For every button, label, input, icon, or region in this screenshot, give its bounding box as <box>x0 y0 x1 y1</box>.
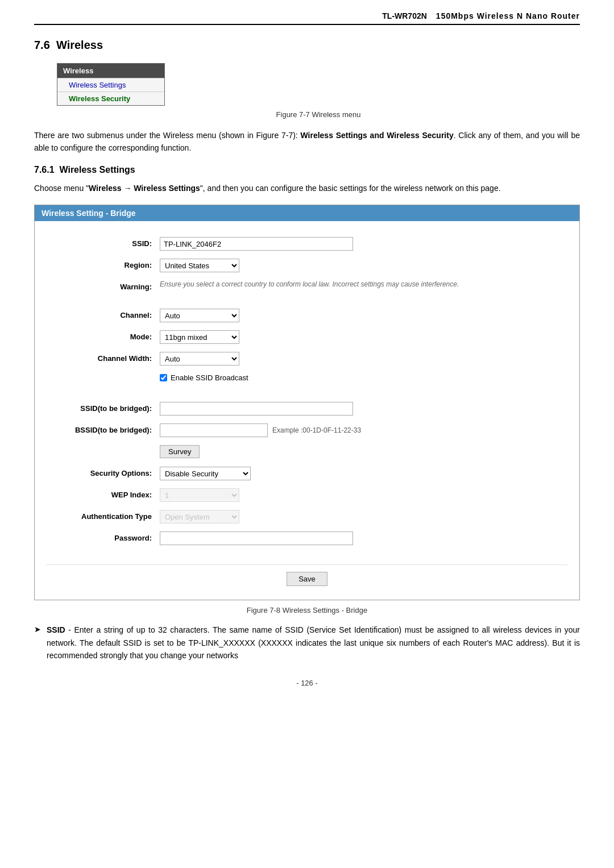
bssid-bridge-input[interactable] <box>160 423 268 437</box>
wireless-settings-menu-item[interactable]: Wireless Settings <box>57 78 164 92</box>
region-label: Region: <box>46 259 160 269</box>
settings-panel-header: Wireless Setting - Bridge <box>35 205 579 221</box>
mode-select[interactable]: 11bgn mixed <box>160 330 239 344</box>
mode-row: Mode: 11bgn mixed <box>46 330 568 346</box>
survey-button[interactable]: Survey <box>160 445 200 458</box>
subsection-heading: 7.6.1 Wireless Settings <box>34 165 580 175</box>
channel-width-value-cell: Auto <box>160 352 568 366</box>
body-paragraph: There are two submenus under the Wireles… <box>34 129 580 155</box>
bullet-arrow-icon: ➤ <box>34 625 41 634</box>
enable-ssid-broadcast-checkbox-row: Enable SSID Broadcast <box>160 373 248 382</box>
ssid-label: SSID: <box>46 237 160 248</box>
ssid-bridge-label: SSID(to be bridged): <box>46 402 160 413</box>
page-header: TL-WR702N 150Mbps Wireless N Nano Router <box>34 11 580 25</box>
section-heading: 7.6 Wireless <box>34 39 580 52</box>
wireless-settings-panel: Wireless Setting - Bridge SSID: Region: … <box>34 205 580 600</box>
bssid-bridge-label: BSSID(to be bridged): <box>46 423 160 434</box>
wep-index-select[interactable]: 1 <box>160 488 239 502</box>
ssid-bullet-text: SSID - Enter a string of up to 32 charac… <box>47 624 580 662</box>
page-number: - 126 - <box>34 679 580 687</box>
auth-type-select[interactable]: Open System <box>160 510 239 524</box>
security-options-row: Security Options: Disable Security <box>46 467 568 483</box>
ssid-bridge-value <box>160 402 568 416</box>
channel-row: Channel: Auto <box>46 309 568 325</box>
ssid-bullet-item: ➤ SSID - Enter a string of up to 32 char… <box>34 624 580 662</box>
bssid-example-text: Example :00-1D-0F-11-22-33 <box>272 426 361 434</box>
warning-label: Warning: <box>46 280 160 291</box>
ssid-broadcast-row: Enable SSID Broadcast <box>46 373 568 389</box>
wep-index-label: WEP Index: <box>46 488 160 499</box>
ssid-bridge-input[interactable] <box>160 402 353 416</box>
channel-width-label: Channel Width: <box>46 352 160 363</box>
channel-width-row: Channel Width: Auto <box>46 352 568 368</box>
survey-row: Survey <box>46 445 568 461</box>
warning-text: Ensure you select a correct country to c… <box>160 280 568 288</box>
survey-label-spacer <box>46 445 160 447</box>
wep-index-row: WEP Index: 1 <box>46 488 568 504</box>
bullet-section: ➤ SSID - Enter a string of up to 32 char… <box>34 624 580 662</box>
figure-7-7-caption: Figure 7-7 Wireless menu <box>57 110 580 119</box>
channel-select[interactable]: Auto <box>160 309 239 322</box>
security-options-value: Disable Security <box>160 467 568 480</box>
auth-type-value: Open System <box>160 510 568 524</box>
bssid-bridge-row: BSSID(to be bridged): Example :00-1D-0F-… <box>46 423 568 439</box>
survey-btn-cell: Survey <box>160 445 568 458</box>
enable-ssid-broadcast-text: Enable SSID Broadcast <box>171 373 248 382</box>
password-input[interactable] <box>160 531 353 545</box>
password-row: Password: <box>46 531 568 547</box>
save-row: Save <box>46 564 568 591</box>
password-value <box>160 531 568 545</box>
wireless-menu-title: Wireless <box>57 64 164 78</box>
mode-label: Mode: <box>46 330 160 341</box>
channel-label: Channel: <box>46 309 160 319</box>
region-value-cell: United States <box>160 259 568 272</box>
enable-ssid-broadcast-checkbox[interactable] <box>160 374 167 381</box>
settings-panel-body: SSID: Region: United States Warning: Ens <box>35 221 579 600</box>
bssid-bridge-value: Example :00-1D-0F-11-22-33 <box>160 423 568 437</box>
channel-width-select[interactable]: Auto <box>160 352 239 366</box>
auth-type-row: Authentication Type Open System <box>46 510 568 526</box>
ssid-row: SSID: <box>46 237 568 253</box>
model-number: TL-WR702N <box>382 11 427 20</box>
ssid-bridge-row: SSID(to be bridged): <box>46 402 568 418</box>
mode-value-cell: 11bgn mixed <box>160 330 568 344</box>
region-row: Region: United States <box>46 259 568 275</box>
warning-row: Warning: Ensure you select a correct cou… <box>46 280 568 296</box>
auth-type-label: Authentication Type <box>46 510 160 521</box>
region-select[interactable]: United States <box>160 259 239 272</box>
password-label: Password: <box>46 531 160 542</box>
channel-value-cell: Auto <box>160 309 568 322</box>
security-options-label: Security Options: <box>46 467 160 477</box>
ssid-value-cell <box>160 237 568 251</box>
save-button[interactable]: Save <box>287 572 327 586</box>
wep-index-value: 1 <box>160 488 568 502</box>
security-options-select[interactable]: Disable Security <box>160 467 251 480</box>
figure-7-8-caption: Figure 7-8 Wireless Settings - Bridge <box>34 606 580 614</box>
ssid-broadcast-label-spacer <box>46 373 160 376</box>
ssid-input[interactable] <box>160 237 353 251</box>
wireless-menu-box: Wireless Wireless Settings Wireless Secu… <box>57 63 165 106</box>
page-title: 150Mbps Wireless N Nano Router <box>436 11 580 20</box>
ssid-broadcast-value: Enable SSID Broadcast <box>160 373 568 382</box>
wireless-security-menu-item[interactable]: Wireless Security <box>57 92 164 105</box>
intro-text: Choose menu "Wireless → Wireless Setting… <box>34 182 580 194</box>
